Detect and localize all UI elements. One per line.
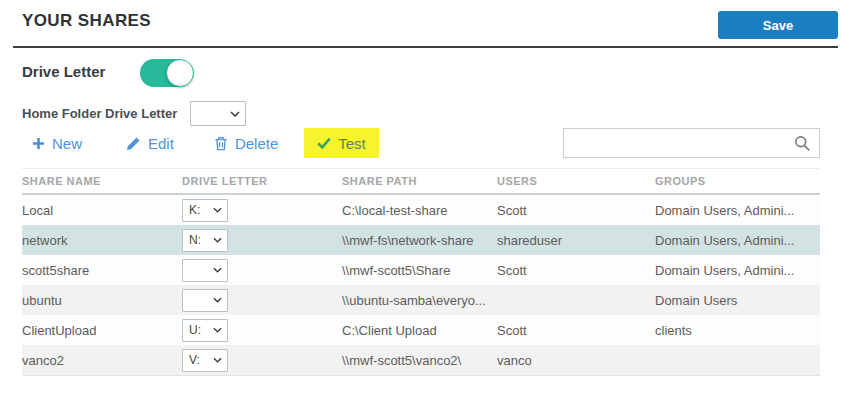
drive-letter-select[interactable]: U: <box>182 319 228 342</box>
cell-users: shareduser <box>497 233 655 248</box>
test-button-label: Test <box>338 135 366 152</box>
cell-drive-letter <box>182 259 342 282</box>
cell-share-name: vanco2 <box>22 353 182 368</box>
cell-users: vanco <box>497 353 655 368</box>
drive-letter-select-wrap: K: <box>182 199 228 222</box>
delete-button-label: Delete <box>235 135 278 152</box>
cell-share-path: \\ubuntu-samba\everyo... <box>342 293 497 308</box>
pencil-icon <box>126 136 141 151</box>
cell-groups: Domain Users <box>655 293 820 308</box>
cell-share-name: scott5share <box>22 263 182 278</box>
toolbar: New Edit Delete Test <box>22 128 820 158</box>
drive-letter-select[interactable]: N: <box>182 229 228 252</box>
column-header-share-path: SHARE PATH <box>342 175 497 187</box>
your-shares-page: YOUR SHARES Save Drive Letter Home Folde… <box>0 0 841 404</box>
cell-share-path: \\mwf-fs\network-share <box>342 233 497 248</box>
new-button[interactable]: New <box>32 135 82 152</box>
drive-letter-select-wrap: N: <box>182 229 228 252</box>
header-divider <box>13 46 838 48</box>
column-header-drive-letter: DRIVE LETTER <box>182 175 342 187</box>
drive-letter-select[interactable]: V: <box>182 349 228 372</box>
cell-groups: Domain Users, Admini... <box>655 233 820 248</box>
cell-share-path: \\mwf-scott5\Share <box>342 263 497 278</box>
cell-share-name: ClientUpload <box>22 323 182 338</box>
drive-letter-label: Drive Letter <box>22 63 105 80</box>
check-icon <box>317 137 331 149</box>
table-row[interactable]: scott5share \\mwf-scott5\Share Scott Dom… <box>22 255 820 285</box>
table-row[interactable]: ClientUpload U: C:\Client Upload Scott c… <box>22 315 820 345</box>
home-folder-drive-letter-select[interactable] <box>190 101 246 126</box>
cell-drive-letter: K: <box>182 199 342 222</box>
home-folder-drive-letter-label: Home Folder Drive Letter <box>22 106 177 121</box>
cell-share-path: C:\local-test-share <box>342 203 497 218</box>
trash-icon <box>214 136 228 151</box>
drive-letter-select-wrap: V: <box>182 349 228 372</box>
table-row[interactable]: network N: \\mwf-fs\network-share shared… <box>22 225 820 255</box>
delete-button[interactable]: Delete <box>214 135 278 152</box>
drive-letter-toggle[interactable] <box>140 59 192 87</box>
cell-share-name: Local <box>22 203 182 218</box>
table-row[interactable]: ubuntu \\ubuntu-samba\everyo... Domain U… <box>22 285 820 315</box>
cell-users: Scott <box>497 323 655 338</box>
cell-groups: Domain Users, Admini... <box>655 203 820 218</box>
table-row[interactable]: Local K: C:\local-test-share Scott Domai… <box>22 195 820 225</box>
cell-share-path: C:\Client Upload <box>342 323 497 338</box>
test-button[interactable]: Test <box>304 128 379 158</box>
edit-button-label: Edit <box>148 135 174 152</box>
cell-share-name: network <box>22 233 182 248</box>
drive-letter-select-wrap: U: <box>182 319 228 342</box>
shares-table: SHARE NAME DRIVE LETTER SHARE PATH USERS… <box>22 168 820 376</box>
home-folder-select-wrap <box>190 101 246 126</box>
cell-share-path: \\mwf-scott5\vanco2\ <box>342 353 497 368</box>
cell-groups: Domain Users, Admini... <box>655 263 820 278</box>
cell-groups: clients <box>655 323 820 338</box>
drive-letter-select[interactable] <box>182 289 228 312</box>
search-box <box>563 128 820 158</box>
new-button-label: New <box>52 135 82 152</box>
column-header-groups: GROUPS <box>655 175 820 187</box>
cell-users: Scott <box>497 203 655 218</box>
share-table-body: Local K: C:\local-test-share Scott Domai… <box>22 195 820 376</box>
plus-icon <box>32 137 45 150</box>
table-header-row: SHARE NAME DRIVE LETTER SHARE PATH USERS… <box>22 168 820 195</box>
drive-letter-select[interactable]: K: <box>182 199 228 222</box>
cell-drive-letter: V: <box>182 349 342 372</box>
drive-letter-select[interactable] <box>182 259 228 282</box>
cell-drive-letter <box>182 289 342 312</box>
column-header-users: USERS <box>497 175 655 187</box>
table-row[interactable]: vanco2 V: \\mwf-scott5\vanco2\ vanco <box>22 345 820 375</box>
edit-button[interactable]: Edit <box>126 135 174 152</box>
cell-users: Scott <box>497 263 655 278</box>
search-input[interactable] <box>563 128 820 158</box>
cell-share-name: ubuntu <box>22 293 182 308</box>
drive-letter-select-wrap <box>182 289 228 312</box>
save-button[interactable]: Save <box>718 11 838 39</box>
page-title: YOUR SHARES <box>22 11 151 31</box>
drive-letter-select-wrap <box>182 259 228 282</box>
toggle-knob <box>166 59 194 87</box>
column-header-share-name: SHARE NAME <box>22 175 182 187</box>
cell-drive-letter: N: <box>182 229 342 252</box>
cell-drive-letter: U: <box>182 319 342 342</box>
